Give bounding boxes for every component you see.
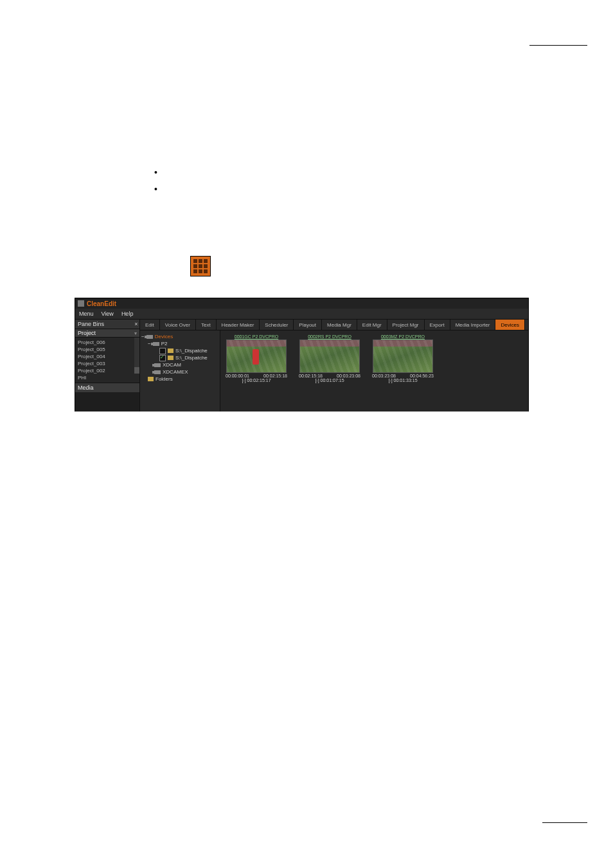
sidebar: Pane Bins × Project ▾ Project_006 Projec… bbox=[75, 320, 140, 411]
tree-p2[interactable]: P2 bbox=[161, 340, 168, 347]
clip-out: 00:02:15:18 bbox=[263, 374, 287, 378]
clip-thumbnail[interactable] bbox=[226, 339, 287, 373]
tree-devices[interactable]: Devices bbox=[155, 333, 173, 340]
tree-dispatch-1[interactable]: S:\_Dispatche bbox=[175, 347, 208, 354]
project-item[interactable]: Project_005 bbox=[78, 346, 137, 353]
tab-edit[interactable]: Edit bbox=[140, 320, 160, 330]
menu-menu[interactable]: Menu bbox=[79, 311, 94, 317]
clip-out: 00:03:23:08 bbox=[337, 374, 360, 378]
tab-edit-mgr[interactable]: Edit Mgr bbox=[357, 320, 387, 330]
clip-out: 00:04:56:23 bbox=[410, 374, 434, 378]
project-panel-header[interactable]: Project ▾ bbox=[75, 329, 139, 338]
app-window: CleanEdit Menu View Help Pane Bins × Pro… bbox=[75, 298, 529, 411]
clip-in: 00:03:23:08 bbox=[372, 374, 396, 378]
close-icon[interactable]: × bbox=[133, 321, 139, 327]
tab-scheduler[interactable]: Scheduler bbox=[260, 320, 294, 330]
chevron-down-icon: ▾ bbox=[134, 330, 137, 336]
camera-icon bbox=[153, 342, 159, 346]
tree-dispatch-2[interactable]: S:\_Dispatche bbox=[175, 354, 208, 361]
media-panel bbox=[75, 392, 139, 411]
camera-icon bbox=[154, 363, 161, 367]
clip-title: 0002RS P2 DVCPRO bbox=[299, 334, 360, 339]
menubar: Menu View Help bbox=[75, 309, 528, 320]
scrollbar[interactable] bbox=[134, 338, 139, 374]
sidebar-title: Pane Bins bbox=[78, 321, 104, 327]
tab-export[interactable]: Export bbox=[425, 320, 450, 330]
checkbox-icon[interactable] bbox=[159, 348, 166, 354]
titlebar: CleanEdit bbox=[75, 298, 528, 309]
project-panel-label: Project bbox=[78, 330, 96, 336]
clip-thumbnails: 0001GC P2 DVCPRO 00:00:00:01 00:02:15:18… bbox=[220, 330, 528, 411]
tab-media-mgr[interactable]: Media Mgr bbox=[322, 320, 357, 330]
project-item[interactable]: nin__XDCAM bbox=[78, 381, 137, 383]
device-tree[interactable]: −Devices −P2 S:\_Dispatche S:\_Dispatche… bbox=[140, 330, 220, 411]
checkbox-icon[interactable] bbox=[159, 355, 166, 361]
tab-devices[interactable]: Devices bbox=[495, 320, 524, 330]
menu-help[interactable]: Help bbox=[121, 311, 134, 317]
tab-bar: Edit Voice Over Text Header Maker Schedu… bbox=[140, 320, 528, 330]
tab-media-importer[interactable]: Media Importer bbox=[450, 320, 496, 330]
project-item[interactable]: Project_003 bbox=[78, 360, 137, 367]
clip-thumbnail[interactable] bbox=[373, 339, 433, 373]
clip-item[interactable]: 0001GC P2 DVCPRO 00:00:00:01 00:02:15:18… bbox=[226, 334, 287, 383]
clip-duration: [-] 00:01:07:15 bbox=[299, 378, 360, 383]
folder-icon bbox=[148, 377, 154, 381]
tree-xdcam[interactable]: XDCAM bbox=[163, 361, 181, 368]
clip-duration: [-] 00:02:15:17 bbox=[226, 378, 287, 383]
app-logo-icon bbox=[78, 300, 84, 307]
clip-title: 0001GC P2 DVCPRO bbox=[226, 334, 287, 339]
project-item[interactable]: Project_006 bbox=[78, 339, 137, 346]
clip-in: 00:02:15:18 bbox=[299, 374, 323, 378]
clip-title: 0003MZ P2 DVCPRO bbox=[372, 334, 434, 339]
project-list[interactable]: Project_006 Project_005 Project_004 Proj… bbox=[75, 338, 139, 383]
tree-xdcamex[interactable]: XDCAMEX bbox=[163, 368, 188, 375]
tree-folders[interactable]: Folders bbox=[155, 375, 173, 383]
tab-voice-over[interactable]: Voice Over bbox=[160, 320, 196, 330]
project-item[interactable]: Project_002 bbox=[78, 367, 137, 374]
folder-icon bbox=[168, 356, 173, 360]
project-item[interactable]: Project_004 bbox=[78, 353, 137, 360]
media-panel-header[interactable]: Media bbox=[75, 383, 139, 392]
camera-icon bbox=[147, 335, 153, 339]
app-title: CleanEdit bbox=[87, 300, 116, 307]
sidebar-header: Pane Bins × bbox=[75, 320, 139, 329]
bullet-list: • • bbox=[154, 167, 157, 201]
clip-thumbnail[interactable] bbox=[299, 339, 360, 373]
clip-in: 00:00:00:01 bbox=[226, 374, 249, 378]
tab-text[interactable]: Text bbox=[196, 320, 217, 330]
clip-item[interactable]: 0002RS P2 DVCPRO 00:02:15:18 00:03:23:08… bbox=[299, 334, 360, 383]
camera-icon bbox=[154, 370, 161, 374]
tab-playout[interactable]: Playout bbox=[294, 320, 322, 330]
tab-header-maker[interactable]: Header Maker bbox=[217, 320, 260, 330]
project-item[interactable]: PHI bbox=[78, 374, 137, 381]
folder-icon bbox=[168, 348, 173, 353]
clip-duration: [-] 00:01:33:15 bbox=[372, 378, 434, 383]
clip-item[interactable]: 0003MZ P2 DVCPRO 00:03:23:08 00:04:56:23… bbox=[372, 334, 434, 383]
tab-project-mgr[interactable]: Project Mgr bbox=[387, 320, 425, 330]
grid-icon bbox=[190, 256, 211, 276]
menu-view[interactable]: View bbox=[102, 311, 114, 317]
